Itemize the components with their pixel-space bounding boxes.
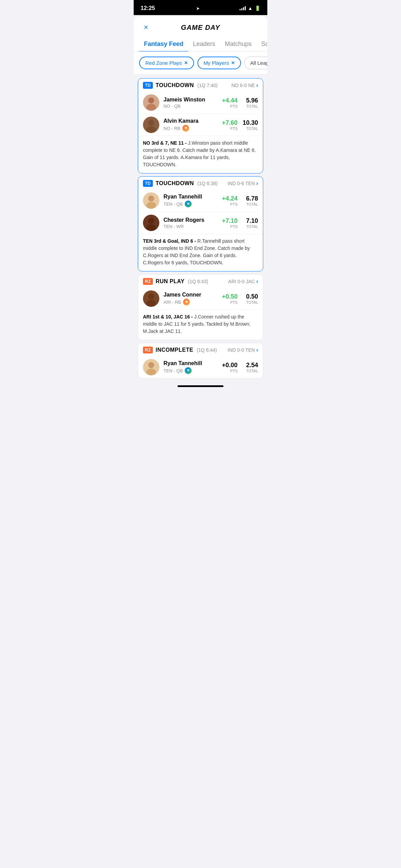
card-header-3: RZ RUN PLAY (1Q 8:43) ARI 0-0 JAC › xyxy=(138,275,263,288)
player-meta-tannehill-1: TEN - QB ⚑ xyxy=(163,201,218,207)
page-title: GAME DAY xyxy=(181,24,220,32)
score-text-4: IND 0-0 TEN xyxy=(228,347,255,353)
player-meta-rogers: TEN - WR xyxy=(163,224,218,229)
total-value-tannehill-2: 2.54 xyxy=(242,362,258,369)
close-button[interactable]: × xyxy=(141,22,151,33)
league-icon-kamara: ⚑ xyxy=(182,125,189,132)
player-team-rogers: TEN - WR xyxy=(163,224,184,229)
player-name-jameis: Jameis Winston xyxy=(163,97,218,103)
player-meta-kamara: NO - RB ⚑ xyxy=(163,125,218,132)
league-icon-conner: ⚑ xyxy=(183,299,190,305)
play-time-4: (1Q 6:44) xyxy=(197,347,217,353)
total-label-kamara: TOTAL xyxy=(242,126,258,131)
total-label-conner: TOTAL xyxy=(242,300,258,304)
player-meta-conner: ARI - RB ⚑ xyxy=(163,299,218,305)
player-name-conner: James Conner xyxy=(163,292,218,298)
pts-label-tannehill-2: PTS xyxy=(222,369,238,373)
pts-label-rogers: PTS xyxy=(222,225,238,229)
player-total-conner: 0.50 TOTAL xyxy=(242,293,258,304)
nav-tabs: Fantasy Feed Leaders Matchups Scores xyxy=(134,37,267,52)
svg-point-15 xyxy=(148,293,154,300)
home-bar xyxy=(178,385,223,387)
filter-chip-red-zone-remove[interactable]: ✕ xyxy=(184,60,188,65)
player-team-tannehill-1: TEN - QB xyxy=(163,202,183,207)
pts-value-jameis: +4.44 xyxy=(222,97,238,104)
player-row-rogers: Chester Rogers TEN - WR +7.10 PTS 7.10 T… xyxy=(138,212,263,234)
card-touchdown-ind-ten: TD TOUCHDOWN (1Q 6:38) IND 0-6 TEN › xyxy=(138,176,263,272)
player-pts-tannehill-1: +4.24 PTS xyxy=(222,195,238,206)
total-label-jameis: TOTAL xyxy=(242,104,258,108)
pts-value-rogers: +7.10 xyxy=(222,217,238,225)
chevron-right-icon-3: › xyxy=(256,278,258,285)
score-badge-3[interactable]: ARI 0-0 JAC › xyxy=(228,278,258,285)
card-header-2: TD TOUCHDOWN (1Q 6:38) IND 0-6 TEN › xyxy=(138,177,263,190)
filter-row: Red Zone Plays ✕ My Players ✕ All League… xyxy=(134,52,267,74)
total-value-jameis: 5.96 xyxy=(242,97,258,104)
player-name-kamara: Alvin Kamara xyxy=(163,118,218,124)
pts-label-jameis: PTS xyxy=(222,104,238,108)
player-pts-kamara: +7.60 PTS xyxy=(222,119,238,131)
pts-value-conner: +0.50 xyxy=(222,293,238,300)
status-icons: ▲ 🔋 xyxy=(240,5,260,11)
card-touchdown-no-ne: TD TOUCHDOWN (1Q 7:40) NO 6-0 NE › xyxy=(138,78,263,173)
avatar-rogers xyxy=(143,215,159,231)
app-container: × GAME DAY Fantasy Feed Leaders Matchups… xyxy=(134,16,267,383)
pts-label-conner: PTS xyxy=(222,300,238,304)
svg-point-9 xyxy=(146,202,156,209)
player-name-rogers: Chester Rogers xyxy=(163,217,218,223)
card-incomplete-ind-ten: RZ INCOMPLETE (1Q 6:44) IND 0-0 TEN › xyxy=(138,343,263,378)
player-team-conner: ARI - RB xyxy=(163,300,181,305)
play-desc-bold: NO 3rd & 7, NE 11 - xyxy=(143,140,187,146)
player-info-conner: James Conner ARI - RB ⚑ xyxy=(163,292,218,305)
avatar-conner xyxy=(143,290,159,307)
pts-value-kamara: +7.60 xyxy=(222,119,238,126)
rz-badge-3: RZ xyxy=(143,278,153,285)
pts-label-kamara: PTS xyxy=(222,126,238,131)
pts-value-tannehill-1: +4.24 xyxy=(222,195,238,202)
player-info-rogers: Chester Rogers TEN - WR xyxy=(163,217,218,229)
filter-chip-red-zone[interactable]: Red Zone Plays ✕ xyxy=(139,57,194,69)
play-time: (1Q 7:40) xyxy=(197,83,218,88)
filter-chip-all-leagues[interactable]: All Leagues xyxy=(244,57,267,69)
avatar-jameis xyxy=(143,94,159,111)
status-bar: 12:25 ➤ ▲ 🔋 xyxy=(134,0,267,15)
filter-chip-all-leagues-label: All Leagues xyxy=(250,60,267,66)
player-meta-tannehill-2: TEN - QB ⚑ xyxy=(163,367,218,374)
score-badge-2[interactable]: IND 0-6 TEN › xyxy=(228,180,258,186)
play-desc-bold-3: ARI 1st & 10, JAC 16 - xyxy=(143,314,193,320)
tab-leaders[interactable]: Leaders xyxy=(188,37,220,52)
score-badge[interactable]: NO 6-0 NE › xyxy=(231,82,258,88)
tab-fantasy-feed[interactable]: Fantasy Feed xyxy=(139,37,188,52)
total-label-rogers: TOTAL xyxy=(242,225,258,229)
player-pts-tannehill-2: +0.00 PTS xyxy=(222,362,238,373)
league-icon-tannehill-1: ⚑ xyxy=(185,201,192,207)
filter-chip-red-zone-label: Red Zone Plays xyxy=(145,60,182,66)
filter-chip-my-players-remove[interactable]: ✕ xyxy=(231,60,235,65)
player-info-tannehill-2: Ryan Tannehill TEN - QB ⚑ xyxy=(163,360,218,374)
player-info-jameis: Jameis Winston NO - QB xyxy=(163,97,218,109)
card-header-left-2: TD TOUCHDOWN (1Q 6:38) xyxy=(143,180,218,187)
battery-icon: 🔋 xyxy=(255,5,260,11)
player-total-tannehill-1: 6.78 TOTAL xyxy=(242,195,258,206)
score-badge-4[interactable]: IND 0-0 TEN › xyxy=(228,347,258,353)
player-team-tannehill-2: TEN - QB xyxy=(163,368,183,373)
total-label-tannehill-2: TOTAL xyxy=(242,369,258,373)
play-desc-card2: TEN 3rd & Goal, IND 6 - R.Tannehill pass… xyxy=(138,234,263,271)
total-label-tannehill-1: TOTAL xyxy=(242,202,258,206)
td-badge-2: TD xyxy=(143,180,153,187)
player-total-jameis: 5.96 TOTAL xyxy=(242,97,258,108)
chevron-right-icon-4: › xyxy=(256,347,258,353)
total-value-rogers: 7.10 xyxy=(242,217,258,225)
player-team-kamara: NO - RB xyxy=(163,126,180,131)
filter-chip-my-players[interactable]: My Players ✕ xyxy=(197,57,241,69)
svg-point-19 xyxy=(146,369,156,375)
feed: TD TOUCHDOWN (1Q 7:40) NO 6-0 NE › xyxy=(134,74,267,383)
player-total-rogers: 7.10 TOTAL xyxy=(242,217,258,229)
player-name-tannehill-2: Ryan Tannehill xyxy=(163,360,218,366)
play-time-2: (1Q 6:38) xyxy=(197,181,218,186)
tab-scores[interactable]: Scores xyxy=(256,37,267,52)
svg-point-20 xyxy=(148,362,154,368)
player-info-kamara: Alvin Kamara NO - RB ⚑ xyxy=(163,118,218,132)
svg-point-16 xyxy=(146,300,156,307)
tab-matchups[interactable]: Matchups xyxy=(220,37,256,52)
